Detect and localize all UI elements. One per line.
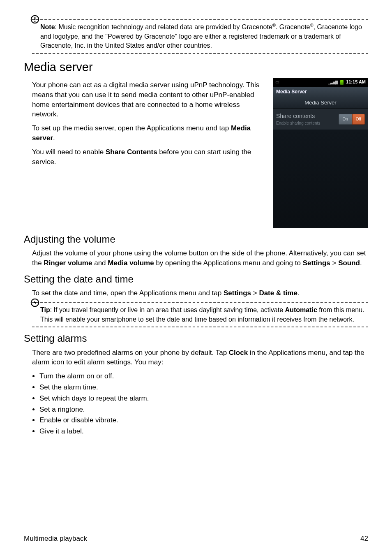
- list-item: Set a ringtone.: [39, 405, 368, 415]
- phone-titlebar: Media Server: [273, 87, 368, 97]
- paragraph: There are two predefined alarms on your …: [32, 348, 368, 368]
- list-item: Turn the alarm on or off.: [39, 371, 368, 381]
- tip-callout: Tip: If you travel frequently or live in…: [32, 302, 368, 327]
- list-item: Give it a label.: [39, 426, 368, 436]
- svg-rect-2: [35, 21, 36, 22]
- heading-media-server: Media server: [24, 59, 368, 76]
- divider: [32, 53, 368, 54]
- phone-setting-row: Share contents Enable sharing contents O…: [273, 109, 368, 130]
- note-callout: Note: Music recognition technology and r…: [32, 19, 368, 54]
- paragraph: To set the date and time, open the Appli…: [32, 288, 368, 298]
- divider: [32, 327, 368, 327]
- note-text: Note: Music recognition technology and r…: [32, 20, 368, 53]
- list-item: Enable or disable vibrate.: [39, 415, 368, 425]
- toggle-off: Off: [352, 114, 365, 125]
- list-item: Set the alarm time.: [39, 382, 368, 392]
- phone-screenshot: ▭ ▁▃▅▇ 11:15 AM Media Server Media Serve…: [273, 78, 368, 228]
- phone-empty-area: [273, 130, 368, 228]
- svg-rect-1: [35, 17, 36, 20]
- phone-row-main: Share contents: [276, 112, 339, 120]
- footer-page-number: 42: [360, 534, 368, 544]
- phone-toggle: On Off: [339, 114, 365, 125]
- tip-text: Tip: If you travel frequently or live in…: [32, 303, 368, 327]
- paragraph: To set up the media server, open the App…: [32, 123, 267, 143]
- heading-volume: Adjusting the volume: [24, 232, 368, 246]
- footer-section: Multimedia playback: [24, 534, 87, 544]
- battery-icon: [340, 80, 344, 85]
- list-item: Set which days to repeat the alarm.: [39, 394, 368, 403]
- heading-date-time: Setting the date and time: [24, 272, 368, 286]
- paragraph: You will need to enable Share Contents b…: [32, 147, 267, 167]
- signal-icon: ▁▃▅▇: [328, 80, 338, 85]
- phone-tab: Media Server: [273, 97, 368, 109]
- paragraph: Your phone can act as a digital media se…: [32, 80, 267, 119]
- paragraph: Adjust the volume of your phone using th…: [32, 248, 368, 268]
- phone-time: 11:15 AM: [346, 79, 366, 85]
- warning-icon: [30, 15, 39, 24]
- alarm-options-list: Turn the alarm on or off. Set the alarm …: [32, 371, 368, 436]
- tip-icon: [30, 298, 39, 307]
- toggle-on: On: [339, 114, 352, 125]
- phone-statusbar: ▭ ▁▃▅▇ 11:15 AM: [273, 78, 368, 87]
- phone-row-sub: Enable sharing contents: [276, 120, 339, 126]
- sim-icon: ▭: [275, 79, 279, 85]
- page-footer: Multimedia playback 42: [24, 521, 368, 544]
- heading-alarms: Setting alarms: [24, 331, 368, 345]
